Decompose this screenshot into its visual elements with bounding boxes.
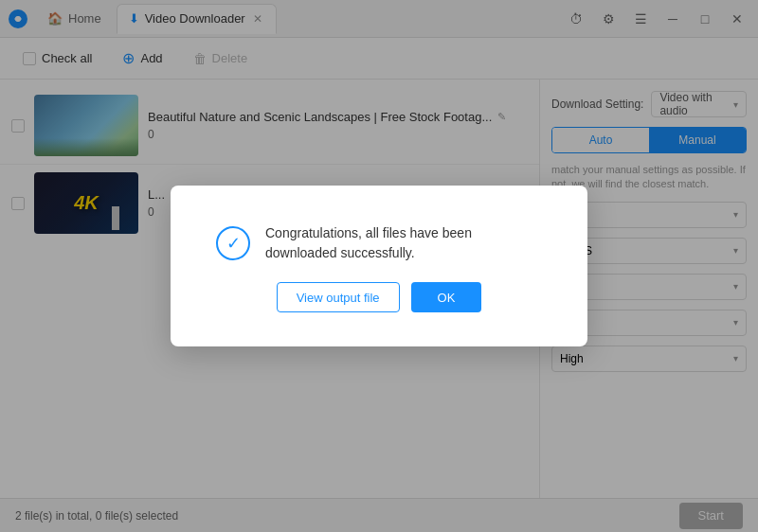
modal-message: Congratulations, all files have been dow… [265, 223, 542, 263]
success-modal: ✓ Congratulations, all files have been d… [171, 186, 587, 346]
ok-button[interactable]: OK [411, 282, 482, 312]
modal-buttons: View output file OK [277, 282, 482, 312]
modal-overlay: ✓ Congratulations, all files have been d… [0, 0, 758, 532]
modal-content: ✓ Congratulations, all files have been d… [216, 223, 542, 263]
success-icon: ✓ [216, 226, 250, 260]
view-output-button[interactable]: View output file [277, 282, 400, 312]
